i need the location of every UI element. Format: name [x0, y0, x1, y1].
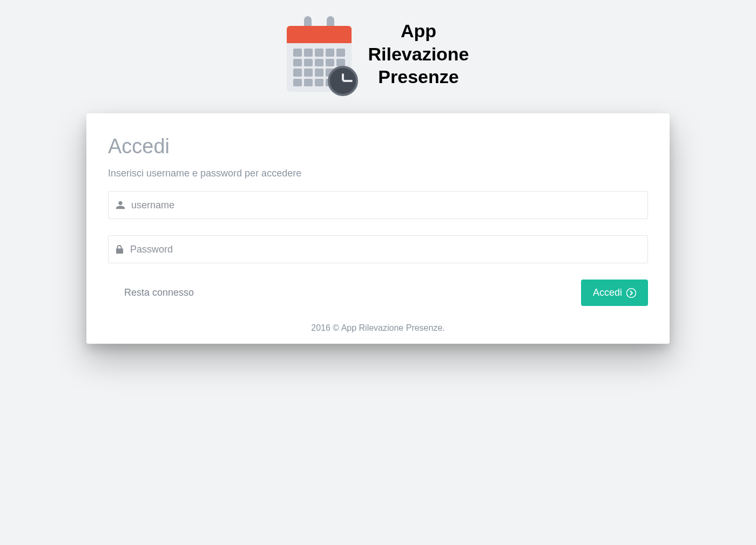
footer-text: 2016 © App Rilevazione Presenze.	[108, 319, 648, 333]
clock-icon	[328, 66, 358, 96]
page-container: App Rilevazione Presenze Accedi Inserisc…	[0, 0, 756, 344]
app-title-line1: App	[368, 19, 469, 43]
login-button[interactable]: Accedi	[581, 280, 648, 306]
app-title-line3: Presenze	[368, 65, 469, 88]
logo-area: App Rilevazione Presenze	[0, 16, 756, 92]
arrow-right-circle-icon	[626, 288, 636, 298]
username-input-group[interactable]	[108, 191, 648, 219]
login-card: Accedi Inserisci username e password per…	[86, 113, 670, 344]
login-subtitle: Inserisci username e password per accede…	[108, 168, 648, 179]
login-button-label: Accedi	[593, 287, 622, 298]
login-heading: Accedi	[108, 135, 648, 158]
actions-row: Resta connesso Accedi	[108, 280, 648, 306]
remember-me-label: Resta connesso	[124, 287, 194, 298]
user-icon	[116, 201, 125, 209]
password-input-group[interactable]	[108, 235, 648, 263]
lock-icon	[116, 245, 124, 254]
remember-me-wrap[interactable]: Resta connesso	[108, 287, 194, 298]
username-input[interactable]	[131, 192, 640, 219]
calendar-clock-icon	[287, 16, 352, 92]
password-input[interactable]	[130, 236, 640, 263]
app-title-line2: Rilevazione	[368, 43, 469, 66]
svg-point-0	[627, 288, 636, 297]
app-title: App Rilevazione Presenze	[368, 19, 469, 88]
